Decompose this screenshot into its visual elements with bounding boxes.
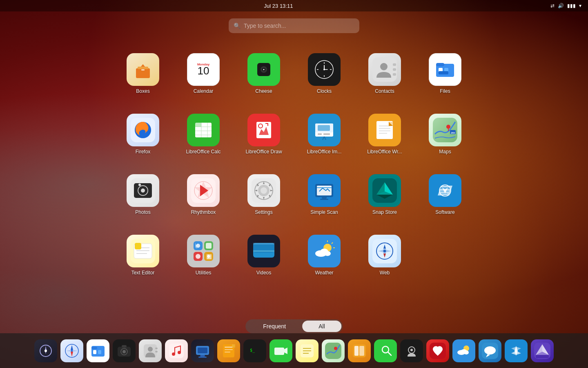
videos-icon (247, 235, 280, 267)
svg-rect-108 (259, 260, 269, 261)
tab-all[interactable]: All (302, 321, 341, 332)
maps-icon: 280 (429, 114, 461, 146)
search-input[interactable] (244, 22, 350, 29)
app-simple-scan[interactable]: Simple Scan (294, 170, 354, 231)
svg-point-130 (122, 350, 126, 353)
svg-point-74 (261, 187, 267, 194)
dock-facetime[interactable] (270, 339, 292, 362)
settings-icon (247, 174, 280, 207)
app-lo-writer[interactable]: LibreOffice Wr... (354, 110, 415, 170)
calendar-label: Calendar (194, 88, 214, 94)
app-boxes[interactable]: Boxes (113, 49, 173, 110)
dock-files-dock[interactable] (87, 339, 109, 362)
svg-rect-24 (393, 73, 396, 76)
svg-rect-145 (225, 349, 233, 350)
dock-maps[interactable] (322, 339, 345, 362)
dock-store2[interactable] (531, 339, 554, 362)
svg-rect-43 (256, 122, 271, 138)
app-software[interactable]: Software (415, 170, 475, 231)
dock-appstore[interactable] (505, 339, 528, 362)
dock-dasher[interactable] (34, 339, 57, 362)
dock-music[interactable] (165, 339, 188, 362)
svg-point-133 (148, 347, 153, 352)
svg-rect-144 (225, 347, 233, 348)
dock: $_ (0, 333, 588, 368)
dock-pages[interactable] (217, 339, 240, 362)
svg-rect-131 (122, 345, 127, 348)
app-rhythmbox[interactable]: Rhythmbox (173, 170, 234, 231)
svg-point-25 (380, 63, 388, 70)
calendar-icon: Monday 10 (187, 53, 220, 86)
dropdown-icon[interactable]: ▾ (579, 3, 581, 9)
lo-impress-icon (308, 114, 341, 146)
contacts-icon (368, 53, 401, 86)
dock-books[interactable] (348, 339, 371, 362)
software-icon (429, 174, 461, 207)
text-editor-label: Text Editor (131, 270, 155, 276)
app-lo-draw[interactable]: LibreOffice Draw (234, 110, 294, 170)
app-weather[interactable]: Weather (294, 231, 354, 291)
dock-notes[interactable] (296, 339, 318, 362)
app-cheese[interactable]: Cheese (234, 49, 294, 110)
firefox-icon (127, 114, 159, 146)
dock-safari[interactable] (60, 339, 83, 362)
svg-rect-78 (317, 187, 332, 188)
cheese-label: Cheese (255, 88, 272, 94)
app-calendar[interactable]: Monday 10 Calendar (173, 49, 234, 110)
text-editor-icon (127, 235, 159, 267)
app-utilities[interactable]: Utilities (173, 231, 234, 291)
dock-weather[interactable] (452, 339, 475, 362)
rhythmbox-label: Rhythmbox (191, 209, 216, 215)
contacts-label: Contacts (375, 88, 394, 94)
svg-rect-107 (261, 258, 266, 260)
dock-terminal[interactable]: $_ (243, 339, 266, 362)
svg-point-137 (172, 352, 175, 356)
app-photos[interactable]: Photos (113, 170, 173, 231)
dock-camera[interactable] (113, 339, 136, 362)
settings-label: Settings (255, 209, 272, 215)
app-settings[interactable]: Settings (234, 170, 294, 231)
lo-calc-label: LibreOffice Calc (186, 149, 220, 155)
search-bar[interactable]: 🔍 (229, 18, 359, 33)
screen-share-icon: ⇄ (550, 3, 555, 9)
dock-messages[interactable] (479, 339, 501, 362)
svg-rect-142 (198, 357, 207, 358)
svg-rect-156 (325, 343, 341, 359)
rhythmbox-icon (187, 174, 220, 207)
svg-text:280: 280 (451, 132, 455, 134)
app-firefox[interactable]: Firefox (113, 110, 173, 170)
svg-rect-83 (439, 187, 451, 189)
app-videos[interactable]: Videos (234, 231, 294, 291)
tab-frequent[interactable]: Frequent (247, 321, 302, 332)
dock-contacts[interactable] (139, 339, 162, 362)
app-files[interactable]: Files (415, 49, 475, 110)
dock-anon[interactable] (400, 339, 423, 362)
svg-point-138 (178, 351, 181, 354)
app-grid: Boxes Monday 10 Calendar Cheese (113, 49, 475, 291)
svg-rect-22 (393, 63, 396, 66)
search-icon: 🔍 (234, 22, 241, 29)
svg-point-61 (446, 125, 450, 129)
app-maps[interactable]: 280 Maps (415, 110, 475, 170)
dock-solitaire[interactable] (426, 339, 449, 362)
weather-icon (308, 235, 341, 267)
boxes-icon (127, 53, 159, 86)
menubar-datetime: Jul 23 13:11 (264, 3, 293, 9)
app-text-editor[interactable]: Text Editor (113, 231, 173, 291)
app-lo-impress[interactable]: LibreOffice Im... (294, 110, 354, 170)
svg-rect-126 (93, 350, 96, 354)
app-snap-store[interactable]: Snap Store (354, 170, 415, 231)
volume-icon[interactable]: 🔊 (558, 3, 564, 9)
svg-point-174 (484, 346, 496, 355)
files-icon (429, 53, 461, 86)
dock-remote[interactable] (191, 339, 214, 362)
app-web[interactable]: Web (354, 231, 415, 291)
app-lo-calc[interactable]: LibreOffice Calc (173, 110, 234, 170)
svg-rect-161 (377, 343, 394, 359)
svg-rect-146 (225, 352, 230, 352)
dock-findmy[interactable] (374, 339, 397, 362)
svg-rect-160 (359, 346, 364, 356)
svg-rect-141 (200, 355, 205, 357)
app-clocks[interactable]: Clocks (294, 49, 354, 110)
app-contacts[interactable]: Contacts (354, 49, 415, 110)
